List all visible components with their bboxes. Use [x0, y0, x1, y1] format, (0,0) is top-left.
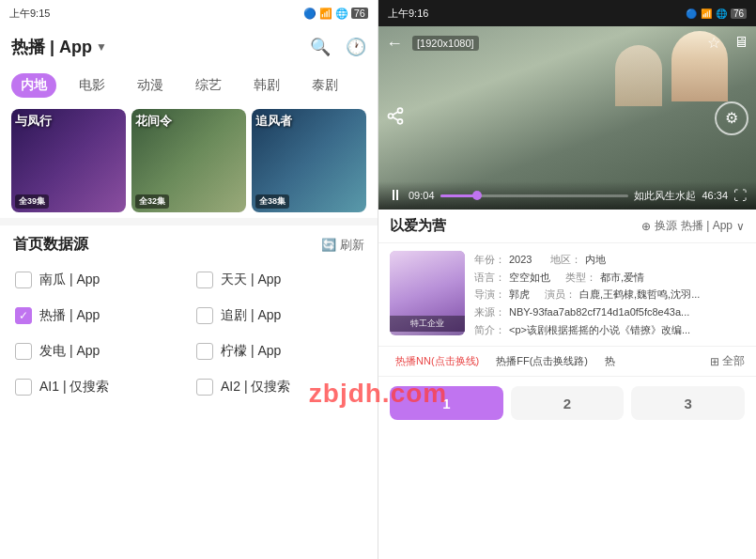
year-label: 年份：	[474, 251, 505, 269]
director-value: 郭虎	[509, 286, 530, 303]
episode-button-2[interactable]: 2	[511, 386, 625, 420]
tab-variety[interactable]: 综艺	[186, 73, 231, 98]
tab-thai[interactable]: 泰剧	[302, 73, 347, 98]
episode-button-3[interactable]: 3	[631, 386, 745, 420]
checkbox-label-6: AI1 | 仅搜索	[39, 379, 109, 396]
all-label: 全部	[722, 353, 745, 369]
show-info-section: 特工企业 年份： 2023 地区： 内地 语言： 空空如也 类型： 都市,爱情 …	[378, 243, 756, 347]
left-time: 上午9:15	[9, 7, 50, 21]
resolution-badge: [1920x1080]	[412, 36, 479, 51]
card-1-bg: 与凤行 全39集	[11, 109, 126, 212]
right-battery-icon: 76	[731, 8, 747, 19]
history-icon[interactable]: 🕐	[346, 37, 366, 57]
right-status-bar: 上午9:16 🔵 📶 🌐 76	[378, 0, 756, 26]
app-title[interactable]: 热播 | App ▼	[11, 36, 107, 58]
share-icon[interactable]	[386, 106, 405, 130]
source-switcher[interactable]: ⊕ 换源 热播 | App ∨	[641, 218, 745, 234]
fullscreen-button[interactable]: ⛶	[733, 188, 747, 203]
source-tabs: 热播NN(点击换线) 热播FF(点击换线路) 热 ⊞ 全部	[378, 347, 756, 377]
checkbox-label-1: 天天 | App	[221, 272, 281, 288]
checkbox-item-5[interactable]: 柠檬 | App	[189, 334, 370, 369]
checkbox-item-7[interactable]: AI2 | 仅搜索	[189, 369, 370, 405]
current-source: 热播 | App	[681, 218, 733, 234]
show-poster: 特工企业	[390, 251, 465, 335]
play-pause-button[interactable]: ⏸	[388, 187, 403, 204]
card-3-bg: 追风者 全38集	[252, 109, 366, 212]
header-icons: 🔍 🕐	[310, 37, 366, 57]
checkbox-label-2: 热播 | App	[39, 307, 100, 324]
card-2[interactable]: 花间令 全32集	[131, 109, 246, 212]
checkbox-0[interactable]	[15, 272, 32, 288]
right-panel: 上午9:16 🔵 📶 🌐 76 ← [1920x1080] ☆ 🖥	[378, 0, 756, 559]
left-panel: 上午9:15 🔵 📶 🌐 76 热播 | App ▼ 🔍 🕐 内地 电影 动漫 …	[0, 0, 378, 559]
settings-icon[interactable]: ⚙	[715, 101, 748, 135]
checkbox-item-4[interactable]: 发电 | App	[8, 334, 189, 369]
video-player[interactable]: ← [1920x1080] ☆ 🖥 ⚙ ⏸ 09:04	[378, 26, 756, 210]
checkbox-5[interactable]	[196, 343, 213, 360]
checkbox-7[interactable]	[196, 379, 213, 396]
grid-icon: ⊞	[710, 355, 719, 368]
progress-row: ⏸ 09:04 如此风生水起 46:34 ⛶	[388, 187, 747, 204]
year-value: 2023	[509, 251, 532, 269]
tab-movie[interactable]: 电影	[69, 73, 115, 98]
app-title-text: 热播 | App	[11, 36, 92, 58]
left-status-right: 🔵 📶 🌐 76	[303, 8, 368, 20]
chevron-down-icon: ▼	[96, 40, 107, 54]
director-label: 导演：	[474, 286, 505, 303]
progress-bar[interactable]	[440, 194, 629, 197]
card-1[interactable]: 与凤行 全39集	[11, 109, 126, 212]
total-duration: 46:34	[702, 190, 728, 201]
checkbox-item-6[interactable]: AI1 | 仅搜索	[8, 369, 189, 405]
card-2-bg: 花间令 全32集	[131, 109, 246, 212]
lang-label: 语言：	[474, 269, 505, 287]
card-3[interactable]: 追风者 全38集	[252, 109, 366, 212]
refresh-label: 刷新	[340, 237, 364, 254]
card-1-badge: 全39集	[15, 194, 49, 209]
source-tab-0[interactable]: 热播NN(点击换线)	[390, 352, 485, 370]
actor-value: 白鹿,王鹤棣,魏哲鸣,沈羽...	[579, 286, 700, 303]
source-label: 来源：	[474, 303, 505, 321]
star-icon[interactable]: ☆	[707, 34, 720, 52]
card-2-badge: 全32集	[135, 194, 169, 209]
checkbox-6[interactable]	[15, 379, 32, 396]
checkbox-label-4: 发电 | App	[39, 343, 100, 360]
right-bluetooth-icon: 🔵	[686, 8, 697, 19]
checkbox-4[interactable]	[15, 343, 32, 360]
switch-source-icon: ⊕	[641, 220, 651, 233]
video-info-bar: 以爱为营 ⊕ 换源 热播 | App ∨	[378, 210, 756, 243]
checkbox-item-3[interactable]: 追剧 | App	[189, 298, 370, 334]
tab-anime[interactable]: 动漫	[128, 73, 173, 98]
source-all-button[interactable]: ⊞ 全部	[710, 353, 745, 369]
checkbox-2[interactable]	[15, 307, 32, 324]
section-divider	[0, 218, 378, 225]
screen-icon[interactable]: 🖥	[733, 34, 748, 52]
refresh-button[interactable]: 🔄 刷新	[321, 237, 364, 254]
search-icon[interactable]: 🔍	[310, 37, 331, 57]
checkbox-item-0[interactable]: 南瓜 | App	[8, 262, 189, 298]
back-button[interactable]: ←	[386, 34, 403, 54]
card-3-badge: 全38集	[255, 194, 289, 209]
datasource-header: 首页数据源 🔄 刷新	[0, 225, 378, 262]
episode-button-1[interactable]: 1	[390, 386, 503, 420]
checkbox-3[interactable]	[196, 307, 213, 324]
left-header: 热播 | App ▼ 🔍 🕐	[0, 26, 378, 68]
summary-label: 简介：	[474, 321, 505, 339]
source-tab-1[interactable]: 热播FF(点击换线路)	[490, 352, 594, 370]
region-value: 内地	[585, 251, 606, 269]
checkbox-grid: 南瓜 | App 天天 | App 热播 | App 追剧 | App 发电 |…	[0, 262, 378, 405]
tab-korean[interactable]: 韩剧	[244, 73, 289, 98]
meta-row-source: 来源： NBY-93faa7ab82cf714d1a0f5fc8e43a...	[474, 303, 745, 321]
genre-value: 都市,爱情	[600, 269, 644, 287]
checkbox-item-2[interactable]: 热播 | App	[8, 298, 189, 334]
checkbox-1[interactable]	[196, 272, 213, 288]
checkbox-label-0: 南瓜 | App	[39, 272, 100, 288]
category-tabs: 内地 电影 动漫 综艺 韩剧 泰剧	[0, 68, 378, 103]
svg-line-3	[393, 116, 398, 119]
meta-row-summary: 简介： <p>该剧根据摇摇的小说《错撩》改编...	[474, 321, 745, 339]
source-tab-2[interactable]: 热	[599, 352, 621, 370]
video-top-right-icons: ☆ 🖥	[707, 34, 748, 52]
checkbox-item-1[interactable]: 天天 | App	[189, 262, 370, 298]
progress-title: 如此风生水起	[634, 189, 696, 203]
tab-neidi[interactable]: 内地	[11, 73, 56, 98]
video-controls: ⏸ 09:04 如此风生水起 46:34 ⛶	[378, 181, 756, 210]
